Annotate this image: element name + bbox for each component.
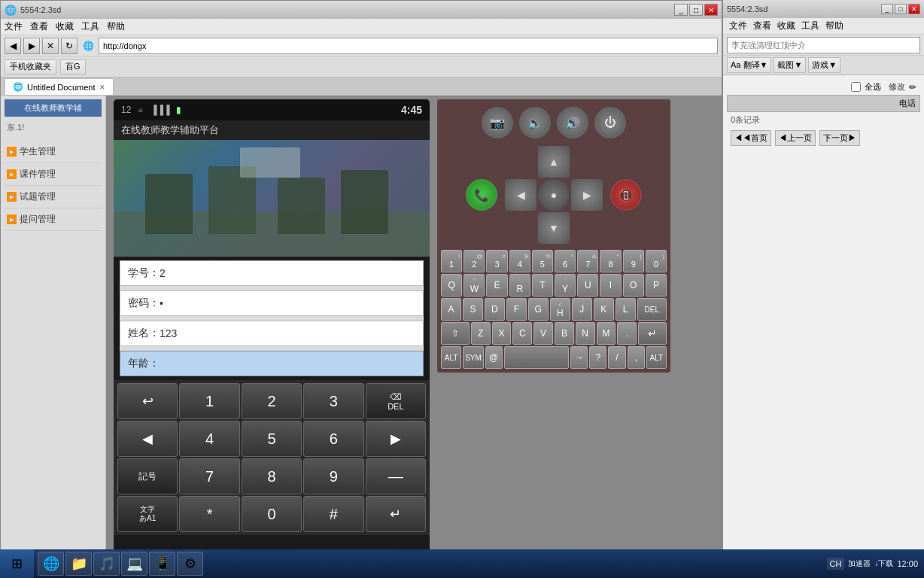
key-6[interactable]: ^6 [555, 250, 576, 272]
key-7[interactable]: &7 [577, 250, 598, 272]
key-n[interactable]: N [576, 322, 595, 345]
call-red-button[interactable]: 📵 [610, 179, 642, 211]
maximize-button[interactable]: □ [689, 4, 703, 16]
nav-back[interactable]: ◀ [5, 38, 21, 54]
key-f[interactable]: F [506, 298, 527, 321]
key-arrow[interactable]: → [570, 346, 588, 369]
call-green-button[interactable]: 📞 [466, 179, 497, 211]
taskbar-download[interactable]: ↓下载 [874, 558, 893, 569]
taskbar-item-app3[interactable]: ⚙ [177, 552, 203, 576]
right-menu-help[interactable]: 帮助 [825, 20, 843, 32]
toolbar-btn2[interactable]: 百G [60, 59, 86, 75]
key-t[interactable]: T [532, 274, 553, 297]
favorites-toolbar[interactable]: 手机收藏夹 [5, 59, 56, 75]
menu-favorites[interactable]: 收藏 [56, 20, 74, 33]
key-l[interactable]: L [615, 298, 636, 321]
key-x[interactable]: X [492, 322, 512, 345]
edit-icon[interactable]: ✏ [909, 82, 916, 93]
key-alt-left[interactable]: ALT [441, 346, 461, 369]
right-menu-file[interactable]: 文件 [729, 20, 747, 32]
key-h[interactable]: <H [550, 298, 570, 321]
right-close[interactable]: ✕ [908, 4, 920, 14]
right-maximize[interactable]: □ [895, 4, 907, 14]
menu-tools[interactable]: 工具 [81, 20, 99, 33]
numpad-3[interactable]: 3 [303, 383, 363, 419]
key-z[interactable]: Z [471, 322, 491, 345]
key-g[interactable]: G [528, 298, 549, 321]
taskbar-item-folder[interactable]: 📁 [65, 552, 92, 576]
numpad-hash[interactable]: # [303, 496, 363, 532]
close-button[interactable]: ✕ [704, 4, 718, 16]
key-y[interactable]: 'Y [555, 274, 576, 297]
key-4[interactable]: $4 [509, 250, 530, 272]
numpad-dash[interactable]: — [366, 458, 426, 494]
right-menu-favorites[interactable]: 收藏 [777, 20, 795, 32]
sidebar-item-students[interactable]: ▶ 学生管理 [5, 141, 102, 163]
numpad-5[interactable]: 5 [242, 421, 302, 457]
key-sym[interactable]: SYM [463, 346, 483, 369]
right-translate[interactable]: Aа 翻译▼ [727, 57, 771, 73]
page-first[interactable]: ◀◀首页 [731, 130, 771, 146]
volume-down-button[interactable]: 🔈 [519, 107, 551, 138]
numpad-del[interactable]: ⌫DEL [366, 383, 426, 419]
key-alt-right[interactable]: ALT [646, 346, 667, 369]
taskbar-item-app2[interactable]: 📱 [149, 552, 175, 576]
key-2[interactable]: @2 [464, 250, 485, 272]
key-j[interactable]: J [572, 298, 592, 321]
form-field-age[interactable]: 年龄： [120, 351, 424, 376]
key-v[interactable]: V [533, 322, 553, 345]
key-q[interactable]: Q [441, 274, 462, 297]
numpad-star[interactable]: * [179, 496, 239, 532]
tab-close-icon[interactable]: ✕ [99, 84, 105, 91]
right-screenshot[interactable]: 截图▼ [774, 57, 806, 73]
nav-stop[interactable]: ✕ [42, 38, 59, 54]
key-w[interactable]: "W [464, 274, 485, 297]
numpad-right[interactable]: ▶ [366, 421, 426, 457]
key-u[interactable]: U [577, 274, 598, 297]
nav-forward[interactable]: ▶ [23, 38, 40, 54]
menu-view[interactable]: 查看 [30, 20, 48, 33]
numpad-left[interactable]: ◀ [117, 421, 178, 457]
key-at[interactable]: @ [485, 346, 503, 369]
key-r[interactable]: `R [509, 274, 530, 297]
nav-reload[interactable]: ↻ [61, 38, 78, 54]
key-1[interactable]: !1 [441, 250, 462, 272]
sidebar-item-questions[interactable]: ▶ 提问管理 [5, 208, 102, 231]
numpad-symbol[interactable]: 記号 [117, 458, 178, 494]
dpad-down[interactable]: ▼ [538, 212, 570, 244]
right-games[interactable]: 游戏▼ [808, 57, 840, 73]
menu-help[interactable]: 帮助 [107, 20, 125, 33]
key-period[interactable]: . [617, 322, 637, 345]
menu-file[interactable]: 文件 [5, 20, 23, 33]
numpad-9[interactable]: 9 [303, 458, 363, 494]
dpad-center[interactable]: ● [538, 179, 570, 211]
minimize-button[interactable]: _ [674, 4, 688, 16]
select-all-checkbox[interactable] [851, 82, 861, 92]
numpad-0[interactable]: 0 [242, 496, 302, 532]
sidebar-item-courseware[interactable]: ▶ 课件管理 [5, 163, 102, 186]
taskbar-accelerator[interactable]: 加速器 [848, 558, 871, 569]
taskbar-item-app1[interactable]: 💻 [121, 552, 147, 576]
volume-up-button[interactable]: 🔊 [557, 107, 588, 138]
numpad-back[interactable]: ↩ [117, 383, 178, 419]
numpad-1[interactable]: 1 [179, 383, 239, 419]
key-m[interactable]: M [597, 322, 616, 345]
key-shift[interactable]: ⇧ [441, 322, 470, 345]
page-next[interactable]: 下一页▶ [819, 130, 860, 146]
numpad-text[interactable]: 文字あA1 [117, 496, 178, 532]
numpad-enter[interactable]: ↵ [366, 496, 426, 532]
tab-untitled[interactable]: 🌐 Untitled Document ✕ [5, 78, 114, 95]
numpad-2[interactable]: 2 [242, 383, 302, 419]
key-space[interactable] [504, 346, 569, 369]
numpad-7[interactable]: 7 [179, 458, 239, 494]
key-8[interactable]: *8 [600, 250, 621, 272]
key-0[interactable]: )0 [646, 250, 667, 272]
camera-button[interactable]: 📷 [482, 107, 513, 138]
key-d[interactable]: D [485, 298, 505, 321]
form-field-id[interactable]: 学号： 2 [120, 260, 424, 286]
key-enter[interactable]: ↵ [638, 322, 667, 345]
key-9[interactable]: (9 [623, 250, 644, 272]
power-button[interactable]: ⏻ [594, 107, 626, 138]
dpad-up[interactable]: ▲ [538, 146, 570, 178]
right-minimize[interactable]: _ [881, 4, 893, 14]
